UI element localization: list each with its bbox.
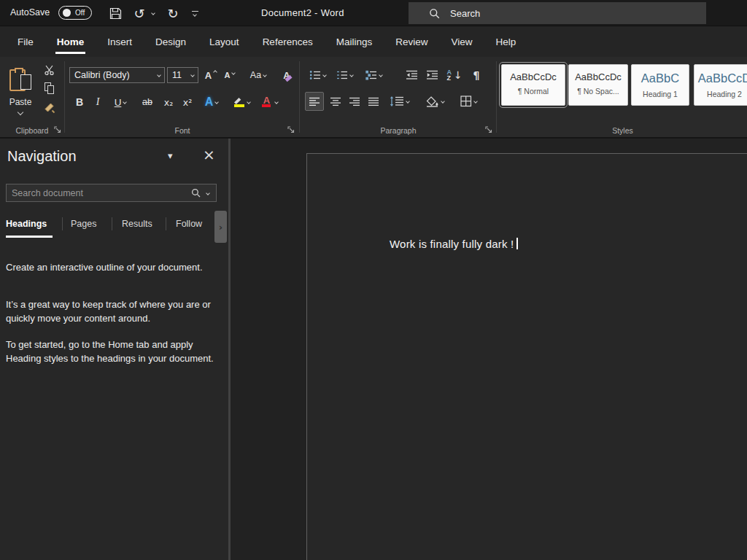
bold-button[interactable]: B xyxy=(71,93,88,111)
change-case-button[interactable]: Aa xyxy=(244,67,272,83)
format-painter-icon xyxy=(44,102,56,114)
font-name-combo[interactable]: Calibri (Body) xyxy=(69,67,165,83)
shrink-font-button[interactable]: A xyxy=(221,67,239,83)
tab-insert[interactable]: Insert xyxy=(96,27,144,57)
underline-button[interactable]: U xyxy=(108,93,133,111)
superscript-button[interactable]: x² xyxy=(179,93,196,111)
tab-references[interactable]: References xyxy=(251,27,325,57)
redo-button[interactable]: ↻ xyxy=(165,4,181,22)
autosave-toggle[interactable]: Off xyxy=(58,6,92,20)
format-painter-button[interactable] xyxy=(40,99,59,117)
paragraph-group: A Z ↓ ¶ xyxy=(301,57,495,137)
text-highlight-button[interactable] xyxy=(228,92,254,112)
sort-button[interactable]: A Z ↓ xyxy=(444,66,465,84)
bullet-list-icon xyxy=(309,70,321,80)
font-dialog-launcher[interactable] xyxy=(287,125,296,135)
copy-button[interactable] xyxy=(40,79,59,97)
strikethrough-button[interactable]: ab xyxy=(137,93,158,111)
align-left-button[interactable] xyxy=(305,92,324,111)
align-right-button[interactable] xyxy=(346,92,363,111)
word-window: AutoSave Off ↺ ↻ Document2 - Word xyxy=(0,0,747,560)
text-caret xyxy=(516,238,518,249)
subscript-button[interactable]: x₂ xyxy=(160,93,177,111)
align-right-icon xyxy=(349,97,360,106)
navigation-title: Navigation xyxy=(7,148,77,165)
undo-icon: ↺ xyxy=(133,6,144,21)
decrease-indent-button[interactable] xyxy=(403,67,420,83)
document-canvas: Work is finally fully dark ! xyxy=(231,139,747,560)
multilevel-list-button[interactable] xyxy=(360,67,387,83)
borders-grid-icon xyxy=(460,96,472,107)
tab-mailings[interactable]: Mailings xyxy=(325,27,384,57)
nav-close-button[interactable]: × xyxy=(203,146,215,163)
scissors-icon xyxy=(44,64,55,76)
tab-design[interactable]: Design xyxy=(144,27,198,57)
tab-help[interactable]: Help xyxy=(484,27,528,57)
style-card-heading1[interactable]: AaBbC Heading 1 xyxy=(631,64,689,106)
align-center-button[interactable] xyxy=(327,92,344,111)
paste-button[interactable]: Paste xyxy=(3,61,38,122)
active-tab-underline xyxy=(55,52,86,54)
numbering-button[interactable] xyxy=(333,67,356,83)
document-page[interactable]: Work is finally fully dark ! xyxy=(306,153,747,560)
nav-tabs-scroll-button[interactable]: › xyxy=(214,211,227,243)
justify-button[interactable] xyxy=(365,92,382,111)
font-color-bar xyxy=(262,104,271,107)
chevron-down-icon xyxy=(123,100,128,104)
paint-bucket-icon xyxy=(426,96,439,107)
cut-button[interactable] xyxy=(40,62,59,78)
show-hide-marks-button[interactable]: ¶ xyxy=(468,66,484,84)
nav-dropdown-button[interactable]: ▾ xyxy=(168,150,173,161)
bullets-button[interactable] xyxy=(306,67,329,83)
styles-group-label: Styles xyxy=(498,126,747,135)
text-effects-button[interactable]: A xyxy=(200,92,223,112)
group-separator xyxy=(299,61,300,133)
italic-button[interactable]: I xyxy=(90,93,105,111)
titlebar-search[interactable]: Search xyxy=(409,2,706,24)
close-icon: × xyxy=(203,146,215,163)
line-spacing-button[interactable] xyxy=(385,92,413,111)
font-color-icon: A xyxy=(261,95,273,109)
grow-font-button[interactable]: A xyxy=(202,67,220,83)
tab-review[interactable]: Review xyxy=(384,27,439,57)
chevron-down-icon xyxy=(214,100,219,104)
save-button[interactable] xyxy=(107,4,124,22)
font-size-value: 11 xyxy=(168,70,191,80)
shading-button[interactable] xyxy=(419,92,450,111)
nav-tab-separator xyxy=(62,217,63,230)
tab-view[interactable]: View xyxy=(439,27,484,57)
undo-dropdown-button[interactable] xyxy=(149,4,158,22)
undo-button[interactable]: ↺ xyxy=(131,4,147,22)
search-placeholder: Search xyxy=(450,8,480,19)
nav-search-input[interactable] xyxy=(7,188,191,198)
paragraph-dialog-launcher[interactable] xyxy=(484,125,494,135)
navigation-pane: Navigation ▾ × Headings Pages Results xyxy=(0,139,228,560)
overline-icon xyxy=(192,11,198,12)
titlebar: AutoSave Off ↺ ↻ Document2 - Word xyxy=(0,0,747,26)
nav-search-box[interactable] xyxy=(6,184,217,202)
sort-icon: A Z xyxy=(446,69,452,81)
nav-tab-headings[interactable]: Headings xyxy=(6,219,47,229)
nav-tab-pages[interactable]: Pages xyxy=(71,219,96,229)
tab-home[interactable]: Home xyxy=(45,27,96,57)
autosave-state: Off xyxy=(75,9,85,17)
chevron-down-icon xyxy=(441,99,445,104)
style-card-no-spacing[interactable]: AaBbCcDc ¶ No Spac... xyxy=(568,64,628,106)
paste-label: Paste xyxy=(9,97,32,107)
clear-formatting-button[interactable]: A xyxy=(277,67,296,83)
tab-file[interactable]: File xyxy=(6,27,45,57)
quick-access-menu-button[interactable] xyxy=(188,4,201,22)
nav-tab-follow[interactable]: Follow xyxy=(176,219,202,229)
increase-indent-button[interactable] xyxy=(423,67,441,83)
font-color-button[interactable]: A xyxy=(257,92,282,112)
clipboard-dialog-launcher[interactable] xyxy=(53,125,63,135)
nav-tab-results[interactable]: Results xyxy=(122,219,152,229)
line-spacing-icon xyxy=(390,96,404,106)
decrease-indent-icon xyxy=(406,70,418,80)
borders-button[interactable] xyxy=(454,92,483,111)
style-card-normal[interactable]: AaBbCcDc ¶ Normal xyxy=(501,64,565,106)
justify-icon xyxy=(368,97,379,106)
tab-layout[interactable]: Layout xyxy=(198,27,251,57)
style-card-heading2[interactable]: AaBbCcD Heading 2 xyxy=(694,64,747,106)
font-size-combo[interactable]: 11 xyxy=(167,67,198,83)
